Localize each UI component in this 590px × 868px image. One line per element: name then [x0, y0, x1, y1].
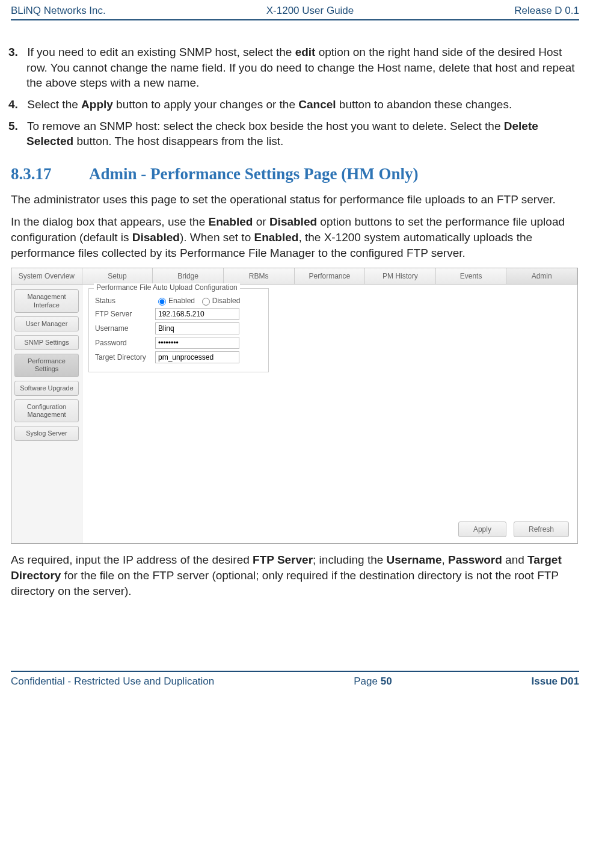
- sidebar: Management Interface User Manager SNMP S…: [11, 285, 82, 543]
- username-label: Username: [95, 324, 155, 333]
- numbered-steps: 3. If you need to edit an existing SNMP …: [11, 45, 579, 149]
- tab-setup[interactable]: Setup: [82, 268, 153, 284]
- section-number: 8.3.17: [11, 165, 89, 183]
- footer-left: Confidential - Restricted Use and Duplic…: [11, 676, 214, 688]
- main-panel: Performance File Auto Upload Configurati…: [82, 285, 577, 543]
- section-title: Admin - Performance Settings Page (HM On…: [89, 165, 418, 183]
- section-heading: 8.3.17Admin - Performance Settings Page …: [11, 165, 579, 183]
- sidebar-item-performance-settings[interactable]: Performance Settings: [14, 354, 79, 377]
- tab-pm-history[interactable]: PM History: [365, 268, 436, 284]
- tab-performance[interactable]: Performance: [295, 268, 366, 284]
- top-nav: System Overview Setup Bridge RBMs Perfor…: [11, 268, 577, 285]
- step-5: 5. To remove an SNMP host: select the ch…: [26, 119, 579, 149]
- ftp-server-input[interactable]: [155, 308, 239, 320]
- tab-system-overview[interactable]: System Overview: [11, 268, 82, 284]
- step-number: 5.: [8, 119, 24, 134]
- sidebar-item-software-upgrade[interactable]: Software Upgrade: [14, 381, 79, 396]
- password-input[interactable]: [155, 337, 239, 349]
- target-directory-input[interactable]: [155, 351, 239, 363]
- password-label: Password: [95, 339, 155, 347]
- status-label: Status: [95, 297, 155, 305]
- app-screenshot: System Overview Setup Bridge RBMs Perfor…: [11, 268, 578, 544]
- step-number: 3.: [8, 45, 24, 60]
- step-number: 4.: [8, 97, 24, 112]
- footer-issue: Issue D01: [532, 676, 579, 688]
- target-directory-label: Target Directory: [95, 353, 155, 362]
- sidebar-item-configuration-management[interactable]: Configuration Management: [14, 399, 79, 422]
- fieldset-legend: Performance File Auto Upload Configurati…: [94, 283, 240, 292]
- sidebar-item-management-interface[interactable]: Management Interface: [14, 289, 79, 312]
- disabled-label: Disabled: [212, 297, 241, 305]
- page-header: BLiNQ Networks Inc. X-1200 User Guide Re…: [11, 0, 579, 20]
- status-disabled-radio[interactable]: [202, 298, 210, 306]
- step-4: 4. Select the Apply button to apply your…: [26, 97, 579, 112]
- paragraph: As required, input the IP address of the…: [11, 552, 579, 599]
- apply-button[interactable]: Apply: [458, 522, 506, 537]
- footer-page: Page 50: [354, 676, 392, 688]
- header-right: Release D 0.1: [514, 5, 579, 17]
- enabled-label: Enabled: [168, 297, 195, 305]
- sidebar-item-user-manager[interactable]: User Manager: [14, 316, 79, 331]
- header-center: X-1200 User Guide: [266, 5, 354, 17]
- status-enabled-radio[interactable]: [158, 298, 166, 306]
- paragraph: In the dialog box that appears, use the …: [11, 214, 579, 260]
- page-footer: Confidential - Restricted Use and Duplic…: [11, 671, 579, 688]
- tab-events[interactable]: Events: [436, 268, 507, 284]
- header-left: BLiNQ Networks Inc.: [11, 5, 106, 17]
- step-3: 3. If you need to edit an existing SNMP …: [26, 45, 579, 91]
- tab-admin[interactable]: Admin: [506, 268, 577, 284]
- tab-bridge[interactable]: Bridge: [153, 268, 224, 284]
- paragraph: The administrator uses this page to set …: [11, 192, 579, 208]
- refresh-button[interactable]: Refresh: [514, 522, 569, 537]
- sidebar-item-syslog-server[interactable]: Syslog Server: [14, 426, 79, 441]
- sidebar-item-snmp-settings[interactable]: SNMP Settings: [14, 335, 79, 350]
- ftp-server-label: FTP Server: [95, 310, 155, 318]
- username-input[interactable]: [155, 322, 239, 334]
- tab-rbms[interactable]: RBMs: [224, 268, 295, 284]
- upload-config-fieldset: Performance File Auto Upload Configurati…: [88, 288, 269, 372]
